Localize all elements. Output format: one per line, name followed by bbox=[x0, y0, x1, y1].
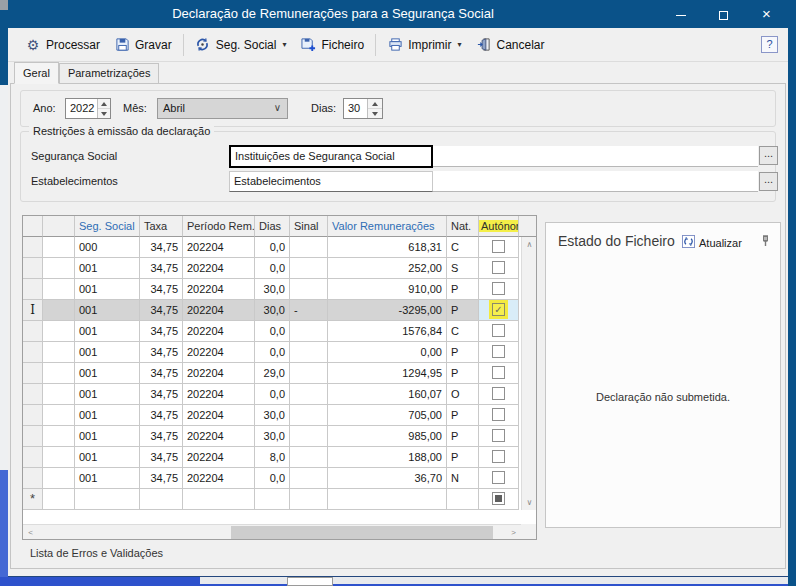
grid-cell-valor[interactable]: 985,00 bbox=[328, 426, 447, 447]
tab-geral[interactable]: Geral bbox=[14, 62, 59, 84]
grid-cell-sinal[interactable] bbox=[290, 258, 328, 279]
scroll-up-icon[interactable]: ∧ bbox=[522, 237, 537, 252]
grid-cell-seg-social[interactable]: 001 bbox=[75, 384, 140, 405]
grid-cell-nat[interactable]: P bbox=[447, 342, 479, 363]
ficheiro-button[interactable]: Ficheiro bbox=[293, 33, 371, 57]
grid-cell[interactable] bbox=[43, 468, 75, 489]
autonoma-checkbox[interactable] bbox=[492, 387, 505, 400]
grid-cell-taxa[interactable]: 34,75 bbox=[140, 363, 183, 384]
grid-cell-dias[interactable]: 0,0 bbox=[255, 258, 290, 279]
grid-cell-periodo[interactable]: 202204 bbox=[183, 405, 255, 426]
grid-cell[interactable] bbox=[43, 447, 75, 468]
grid-cell-dias[interactable]: 0,0 bbox=[255, 384, 290, 405]
grid-cell-periodo[interactable]: 202204 bbox=[183, 363, 255, 384]
seguranca-social-field-extension[interactable] bbox=[433, 146, 758, 167]
new-row[interactable]: * bbox=[23, 489, 536, 510]
grid-cell-seg-social[interactable]: 001 bbox=[75, 321, 140, 342]
autonoma-checkbox[interactable] bbox=[492, 408, 505, 421]
column-header-seg[interactable]: Seg. Social bbox=[75, 216, 140, 237]
grid-cell-taxa[interactable]: 34,75 bbox=[140, 426, 183, 447]
grid-cell[interactable] bbox=[43, 237, 75, 258]
table-row[interactable]: 00134,7520220430,0985,00P bbox=[23, 426, 536, 447]
grid-cell-sinal[interactable] bbox=[290, 237, 328, 258]
table-row[interactable]: 00134,752022040,0252,00S bbox=[23, 258, 536, 279]
grid-cell-periodo[interactable]: 202204 bbox=[183, 300, 255, 321]
minimize-button[interactable] bbox=[659, 0, 702, 28]
grid-cell-seg-social[interactable]: 001 bbox=[75, 300, 140, 321]
grid-cell-taxa[interactable]: 34,75 bbox=[140, 342, 183, 363]
grid-cell[interactable] bbox=[43, 405, 75, 426]
grid-cell-sinal[interactable] bbox=[290, 447, 328, 468]
grid-cell-autonoma[interactable] bbox=[479, 384, 519, 405]
pin-button[interactable] bbox=[760, 235, 771, 249]
grid-cell-periodo[interactable]: 202204 bbox=[183, 468, 255, 489]
grid-cell-taxa[interactable]: 34,75 bbox=[140, 279, 183, 300]
table-row[interactable]: 00134,752022048,0188,00P bbox=[23, 447, 536, 468]
grid-cell-valor[interactable]: 252,00 bbox=[328, 258, 447, 279]
grid-cell-dias[interactable]: 0,0 bbox=[255, 237, 290, 258]
grid-cell-autonoma[interactable] bbox=[479, 468, 519, 489]
scroll-down-icon[interactable]: ∨ bbox=[522, 495, 537, 510]
grid-cell-sinal[interactable] bbox=[290, 489, 328, 510]
grid-cell-nat[interactable]: P bbox=[447, 447, 479, 468]
close-button[interactable]: × bbox=[745, 0, 788, 28]
grid-cell-periodo[interactable]: 202204 bbox=[183, 237, 255, 258]
grid-cell[interactable] bbox=[43, 258, 75, 279]
estabelecimentos-field[interactable]: Estabelecimentos bbox=[229, 171, 433, 192]
ano-spinner[interactable]: 2022 bbox=[65, 98, 111, 119]
autonoma-checkbox[interactable] bbox=[492, 261, 505, 274]
grid-cell-autonoma[interactable] bbox=[479, 426, 519, 447]
grid-cell-seg-social[interactable]: 000 bbox=[75, 237, 140, 258]
grid-cell-autonoma[interactable]: ✓ bbox=[479, 300, 519, 321]
grid-cell-periodo[interactable]: 202204 bbox=[183, 279, 255, 300]
table-row[interactable]: 00134,752022040,0160,07O bbox=[23, 384, 536, 405]
grid-cell[interactable] bbox=[43, 384, 75, 405]
grid-cell-nat[interactable]: P bbox=[447, 363, 479, 384]
grid-cell-periodo[interactable]: 202204 bbox=[183, 447, 255, 468]
grid-cell-sinal[interactable] bbox=[290, 468, 328, 489]
grid-cell-taxa[interactable]: 34,75 bbox=[140, 258, 183, 279]
grid-cell-autonoma[interactable] bbox=[479, 321, 519, 342]
grid-cell[interactable] bbox=[43, 489, 75, 510]
grid-cell-valor[interactable]: 618,31 bbox=[328, 237, 447, 258]
autonoma-checkbox[interactable] bbox=[492, 429, 505, 442]
grid-cell-seg-social[interactable]: 001 bbox=[75, 258, 140, 279]
autonoma-checkbox[interactable] bbox=[492, 324, 505, 337]
table-row[interactable]: 00134,7520220430,0705,00P bbox=[23, 405, 536, 426]
grid-cell-autonoma[interactable] bbox=[479, 279, 519, 300]
table-row[interactable]: 00134,7520220429,01294,95P bbox=[23, 363, 536, 384]
grid-cell-autonoma[interactable] bbox=[479, 237, 519, 258]
scroll-left-icon[interactable]: < bbox=[23, 525, 38, 540]
gravar-button[interactable]: Gravar bbox=[107, 33, 179, 57]
grid-cell-taxa[interactable]: 34,75 bbox=[140, 237, 183, 258]
estabelecimentos-field-extension[interactable] bbox=[433, 171, 758, 192]
grid-cell-nat[interactable]: C bbox=[447, 321, 479, 342]
grid-cell-taxa[interactable]: 34,75 bbox=[140, 447, 183, 468]
grid-cell-autonoma[interactable] bbox=[479, 447, 519, 468]
grid-cell-taxa[interactable] bbox=[140, 489, 183, 510]
grid-cell-dias[interactable]: 30,0 bbox=[255, 405, 290, 426]
grid-cell-seg-social[interactable]: 001 bbox=[75, 447, 140, 468]
grid-cell-sinal[interactable] bbox=[290, 279, 328, 300]
grid-cell-valor[interactable]: 36,70 bbox=[328, 468, 447, 489]
grid-cell-dias[interactable]: 30,0 bbox=[255, 279, 290, 300]
grid-cell-sinal[interactable] bbox=[290, 363, 328, 384]
autonoma-checkbox[interactable] bbox=[492, 366, 505, 379]
vertical-scrollbar[interactable]: ∧ ∨ bbox=[521, 237, 536, 510]
grid-cell-nat[interactable]: P bbox=[447, 300, 479, 321]
grid-cell-taxa[interactable]: 34,75 bbox=[140, 321, 183, 342]
grid-cell-periodo[interactable]: 202204 bbox=[183, 258, 255, 279]
seguranca-social-field[interactable]: Instituições de Segurança Social bbox=[229, 145, 433, 168]
column-header-sinal[interactable]: Sinal bbox=[290, 216, 328, 237]
grid-cell-dias[interactable]: 8,0 bbox=[255, 447, 290, 468]
grid-cell-dias[interactable]: 30,0 bbox=[255, 426, 290, 447]
grid-cell-seg-social[interactable] bbox=[75, 489, 140, 510]
autonoma-checkbox[interactable] bbox=[492, 282, 505, 295]
grid-cell[interactable] bbox=[43, 300, 75, 321]
mes-combobox[interactable]: Abril ∨ bbox=[157, 98, 288, 119]
grid-cell-valor[interactable]: -3295,00 bbox=[328, 300, 447, 321]
grid-cell-dias[interactable]: 30,0 bbox=[255, 300, 290, 321]
grid-cell-periodo[interactable] bbox=[183, 489, 255, 510]
column-header-per[interactable]: Período Rem. bbox=[183, 216, 255, 237]
maximize-button[interactable] bbox=[702, 0, 745, 28]
